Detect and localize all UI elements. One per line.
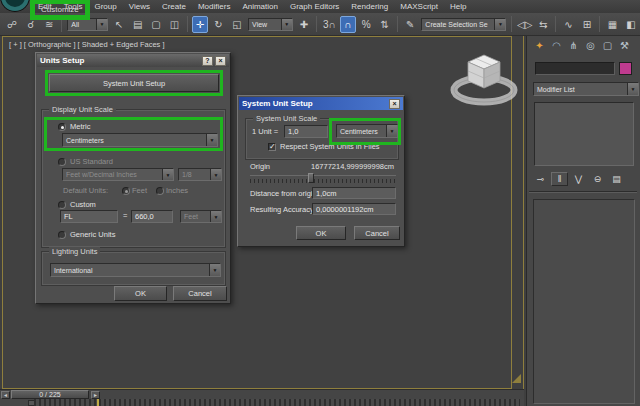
chevron-down-icon[interactable] — [627, 83, 638, 95]
toolbar-separator — [511, 16, 512, 32]
menu-rendering[interactable]: Rendering — [345, 1, 394, 12]
reference-coordinate-system-dropdown[interactable]: View — [248, 18, 293, 31]
slider-handle[interactable] — [308, 173, 314, 183]
menu-group[interactable]: Group — [88, 1, 122, 12]
units-dialog-titlebar[interactable]: Units Setup ? × — [37, 54, 229, 67]
origin-slider[interactable] — [250, 173, 396, 184]
chevron-down-icon[interactable] — [206, 134, 217, 146]
help-icon[interactable]: ? — [202, 56, 213, 66]
metric-radio[interactable] — [58, 123, 66, 131]
mirror-icon[interactable]: ◁▷ — [516, 16, 532, 33]
chevron-down-icon[interactable] — [281, 19, 292, 30]
selection-filter-dropdown-value: All — [68, 21, 82, 28]
menu-animation[interactable]: Animation — [236, 1, 284, 12]
remove-modifier-icon[interactable]: ⊖ — [589, 172, 606, 186]
angle-snap-toggle-icon[interactable]: ∩ — [340, 16, 357, 33]
selection-filter-dropdown[interactable]: All — [67, 18, 108, 31]
next-frame-icon[interactable]: ► — [91, 391, 100, 399]
edit-named-selection-sets-icon[interactable]: ✎ — [402, 16, 418, 33]
generic-units-radio[interactable] — [58, 231, 66, 239]
menu-create[interactable]: Create — [156, 1, 192, 12]
time-slider-grip[interactable]: 0 / 225 — [11, 390, 89, 399]
select-and-scale-icon[interactable]: ◱ — [229, 16, 245, 33]
modifier-stack[interactable] — [534, 102, 634, 166]
unit-type-dropdown[interactable]: Centimeters — [336, 124, 398, 138]
units-setup-dialog: Units Setup ? × System Unit Setup Displa… — [35, 52, 231, 304]
pin-stack-icon[interactable]: ⊸ — [532, 172, 549, 186]
tab-create-icon[interactable]: ✦ — [531, 38, 548, 53]
tab-modify-icon[interactable]: ◠ — [548, 38, 565, 53]
tab-utilities-icon[interactable]: ⚒ — [616, 38, 633, 53]
metric-units-dropdown[interactable]: Centimeters — [62, 133, 218, 147]
ok-button[interactable]: OK — [296, 226, 346, 240]
viewport-label[interactable]: [ + ] [ Orthographic ] [ Shaded + Edged … — [9, 40, 165, 49]
render-production-icon[interactable]: ◧ — [623, 16, 639, 33]
snaps-toggle-icon[interactable]: 3∩ — [321, 16, 337, 33]
ok-button[interactable]: OK — [114, 286, 167, 301]
configure-modifier-sets-icon[interactable]: ▤ — [608, 172, 625, 186]
unit-value-field[interactable]: 1,0 — [284, 125, 328, 138]
unlink-selection-icon[interactable]: ☌ — [22, 16, 38, 33]
bind-to-space-warp-icon[interactable]: ≋ — [41, 16, 57, 33]
curve-editor-icon[interactable]: ∿ — [560, 16, 576, 33]
generic-units-label: Generic Units — [70, 230, 115, 239]
select-object-icon[interactable]: ↖ — [111, 16, 127, 33]
percent-snap-toggle-icon[interactable]: % — [358, 16, 374, 33]
us-standard-radio[interactable] — [58, 158, 66, 166]
align-icon[interactable]: ⇆ — [535, 16, 551, 33]
menu-modifiers[interactable]: Modifiers — [192, 1, 236, 12]
previous-frame-icon[interactable]: ◄ — [1, 391, 10, 399]
menu-maxscript[interactable]: MAXScript — [394, 1, 444, 12]
chevron-down-icon[interactable] — [209, 264, 220, 276]
rollout-area[interactable] — [533, 199, 635, 404]
system-dialog-titlebar[interactable]: System Unit Setup × — [239, 97, 403, 110]
respect-units-checkbox[interactable] — [268, 143, 276, 151]
use-pivot-point-center-icon[interactable]: ✚ — [296, 16, 312, 33]
default-inches-radio — [156, 187, 164, 195]
custom-value-field[interactable]: 660,0 — [131, 210, 173, 223]
select-by-name-icon[interactable]: ▤ — [129, 16, 145, 33]
chevron-down-icon[interactable] — [96, 19, 107, 30]
us-fraction-value: 1/8 — [179, 171, 195, 178]
cancel-button[interactable]: Cancel — [354, 226, 400, 240]
select-and-move-icon[interactable]: ✛ — [192, 16, 209, 33]
cancel-button[interactable]: Cancel — [173, 286, 227, 301]
application-logo-icon[interactable] — [1, 0, 29, 11]
schematic-view-icon[interactable]: ⊞ — [579, 16, 595, 33]
select-and-link-icon[interactable]: ☍ — [4, 16, 20, 33]
menu-help[interactable]: Help — [444, 1, 472, 12]
tab-motion-icon[interactable]: ◎ — [582, 38, 599, 53]
tab-hierarchy-icon[interactable]: ⋔ — [565, 38, 582, 53]
show-end-result-icon[interactable]: ‖ — [551, 172, 568, 186]
spinner-snap-toggle-icon[interactable]: ⇅ — [376, 16, 392, 33]
system-unit-setup-button[interactable]: System Unit Setup — [49, 74, 219, 92]
custom-radio[interactable] — [58, 201, 66, 209]
window-crossing-icon[interactable]: ◫ — [166, 16, 182, 33]
select-and-rotate-icon[interactable]: ↻ — [210, 16, 226, 33]
close-icon[interactable]: × — [389, 99, 400, 109]
viewcube[interactable] — [447, 49, 519, 109]
object-name-field[interactable] — [535, 62, 615, 75]
menu-views[interactable]: Views — [123, 1, 156, 12]
chevron-down-icon[interactable] — [494, 19, 505, 30]
panel-divider — [529, 191, 637, 193]
distance-value-field: 1,0cm — [312, 187, 396, 199]
menu-graph-editors[interactable]: Graph Editors — [284, 1, 345, 12]
menu-tools[interactable]: Tools — [58, 1, 89, 12]
custom-name-field[interactable]: FL — [60, 210, 118, 223]
make-unique-icon[interactable]: ⋁ — [570, 172, 587, 186]
menu-edit[interactable]: Edit — [32, 1, 58, 12]
track-bar[interactable] — [0, 399, 524, 406]
panel-divider[interactable] — [523, 36, 524, 389]
object-color-swatch[interactable] — [619, 62, 632, 75]
tab-display-icon[interactable]: ▢ — [599, 38, 616, 53]
close-icon[interactable]: × — [215, 56, 226, 66]
named-selection-sets-dropdown[interactable]: Create Selection Se — [421, 18, 506, 31]
lighting-units-dropdown[interactable]: International — [50, 263, 221, 277]
render-setup-icon[interactable]: ▦ — [604, 16, 620, 33]
rectangular-selection-region-icon[interactable]: ▢ — [148, 16, 164, 33]
frame-marker — [97, 399, 99, 406]
chevron-down-icon[interactable] — [386, 125, 397, 137]
modifier-list-dropdown[interactable]: Modifier List — [533, 82, 639, 96]
default-inches-label: Inches — [166, 186, 188, 195]
